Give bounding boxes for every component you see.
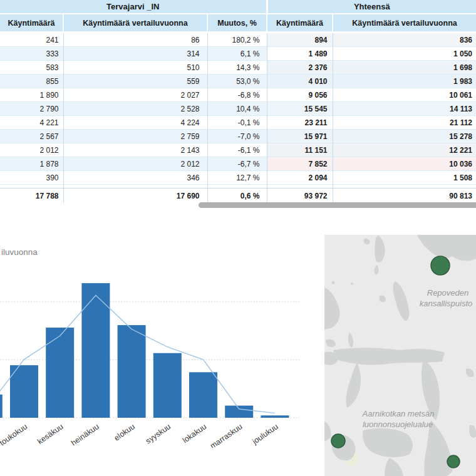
table-cell: 836 [333, 33, 476, 47]
table-cell: 2 094 [267, 171, 333, 185]
table-cell: 53,0 % [207, 75, 267, 88]
table-cell: 1 489 [267, 47, 333, 61]
x-axis-label-toukokuu: toukokuu [0, 422, 29, 448]
table-cell: -6,7 % [207, 157, 267, 171]
x-axis-label-lokakuu: lokakuu [181, 422, 208, 445]
table-cell: 23 211 [267, 116, 333, 130]
table-row: 2 7902 52810,4 %15 54514 113 [0, 102, 476, 116]
table-row: 2 5672 759-7,0 %15 97115 278 [0, 130, 476, 143]
total-in: 17 788 [0, 189, 63, 204]
table-cell: 314 [63, 47, 207, 61]
table-cell: 510 [63, 61, 207, 75]
column-header-row: Käyntimäärä Käyntimäärä vertailuvuonna M… [0, 14, 476, 33]
table-cell: 11 151 [267, 143, 333, 157]
table-cell: 894 [267, 33, 333, 47]
table-cell: 1 878 [0, 157, 63, 171]
table-cell: 2 143 [63, 143, 207, 157]
total-in-prev: 17 690 [63, 189, 207, 204]
bar-kesäkuu[interactable] [46, 328, 74, 418]
table-cell: 333 [0, 47, 63, 61]
table-cell: 1 983 [333, 75, 476, 88]
map-label-aarnikotkan: Aarnikotkan metsän [362, 409, 435, 418]
table-row: 2 0122 143-6,1 %11 15112 221 [0, 143, 476, 157]
table-row: 1 8902 027-6,8 %9 05610 061 [0, 88, 476, 102]
visits-matrix-table: Tervajarvi _IN Yhteensä Käyntimäärä Käyn… [0, 0, 476, 203]
table-cell: 1 508 [333, 171, 476, 185]
table-cell: 2 376 [267, 61, 333, 75]
chart-title-truncated: iluvuonna [1, 247, 38, 257]
table-cell: 1 890 [0, 88, 63, 102]
table-cell: 1 050 [333, 47, 476, 61]
table-cell: 12 221 [333, 143, 476, 157]
map-visit-marker[interactable] [431, 256, 450, 275]
table-cell: 10,4 % [207, 102, 267, 116]
bar-toukokuu[interactable] [10, 365, 38, 418]
table-cell: 583 [0, 61, 63, 75]
table-row: 39034612,7 %2 0941 508 [0, 171, 476, 185]
bar-joulukuu[interactable] [261, 415, 289, 418]
column-header-kayntimaara-vertailu-in: Käyntimäärä vertailuvuonna [63, 14, 207, 33]
column-header-kayntimaara-total: Käyntimäärä [267, 14, 333, 33]
column-header-kayntimaara-vertailu-total: Käyntimäärä vertailuvuonna [333, 14, 476, 33]
table-row: 85555953,0 %4 0101 983 [0, 75, 476, 88]
table-cell: 2 790 [0, 102, 63, 116]
bar-syyskuu[interactable] [153, 353, 182, 418]
x-axis-label-heinäkuu: heinäkuu [70, 422, 101, 448]
table-cell: 855 [0, 75, 63, 88]
total-total: 93 972 [267, 189, 333, 204]
table-cell: -6,1 % [207, 143, 267, 157]
table-cell: 14,3 % [207, 61, 267, 75]
table-cell: 21 112 [333, 116, 476, 130]
table-cell: 2 528 [63, 102, 207, 116]
group-header-row: Tervajarvi _IN Yhteensä [0, 0, 476, 14]
table-cell: 6,1 % [207, 47, 267, 61]
x-axis-label-marraskuu: marraskuu [209, 422, 244, 448]
table-cell: 2 759 [63, 130, 207, 143]
table-cell: 7 852 [267, 157, 333, 171]
map-label-luonnonsuojelualue: luonnonsuojelualue [363, 420, 433, 429]
table-cell: 2 012 [63, 157, 207, 171]
table-cell: 180,2 % [207, 33, 267, 47]
map-label-kansallispuisto: kansallispuisto [420, 299, 473, 308]
table-cell: 86 [63, 33, 207, 47]
table-row: 24186180,2 %894836 [0, 33, 476, 47]
x-axis-label-joulukuu: joulukuu [251, 422, 280, 447]
map-visit-marker[interactable] [447, 455, 460, 468]
table-cell: 15 545 [267, 102, 333, 116]
group-header-yhteensa: Yhteensä [267, 0, 476, 14]
bar-huhtikuu[interactable] [0, 395, 3, 418]
table-total-row: 17 788 17 690 0,6 % 93 972 90 813 [0, 189, 476, 204]
table-cell: 4 224 [63, 116, 207, 130]
table-cell: -6,8 % [207, 88, 267, 102]
table-cell: 390 [0, 171, 63, 185]
table-row: 3333146,1 %1 4891 050 [0, 47, 476, 61]
table-cell: 559 [63, 75, 207, 88]
horizontal-scrollbar-thumb[interactable] [199, 202, 476, 208]
table-cell: 10 061 [333, 88, 476, 102]
column-header-muutos: Muutos, % [207, 14, 267, 33]
x-axis-label-elokuu: elokuu [113, 422, 137, 443]
monthly-visits-bar-chart[interactable]: huhtikuutoukokuukesäkuuheinäkuuelokuusyy… [0, 260, 307, 448]
table-cell: 241 [0, 33, 63, 47]
table-cell: 12,7 % [207, 171, 267, 185]
table-cell: -0,1 % [207, 116, 267, 130]
table-row: 1 8782 012-6,7 %7 85210 036 [0, 157, 476, 171]
table-cell: 2 012 [0, 143, 63, 157]
bar-heinäkuu[interactable] [81, 283, 110, 418]
map-label-repoveden: Repoveden [427, 288, 469, 298]
map-visit-marker[interactable] [331, 434, 345, 448]
table-cell: 4 010 [267, 75, 333, 88]
table-row: 58351014,3 %2 3761 698 [0, 61, 476, 75]
dashboard-canvas: Tervajarvi _IN Yhteensä Käyntimäärä Käyn… [0, 0, 476, 476]
table-cell: 346 [63, 171, 207, 185]
table-cell: 9 056 [267, 88, 333, 102]
total-change: 0,6 % [207, 189, 267, 204]
bar-elokuu[interactable] [118, 325, 146, 418]
table-cell: 15 971 [267, 130, 333, 143]
bar-marraskuu[interactable] [225, 406, 253, 418]
table-cell: 15 278 [333, 130, 476, 143]
park-map[interactable]: Repoveden kansallispuisto Aarnikotkan me… [324, 235, 476, 476]
table-cell: 4 221 [0, 116, 63, 130]
table-cell: 10 036 [333, 157, 476, 171]
bar-lokakuu[interactable] [189, 372, 217, 418]
